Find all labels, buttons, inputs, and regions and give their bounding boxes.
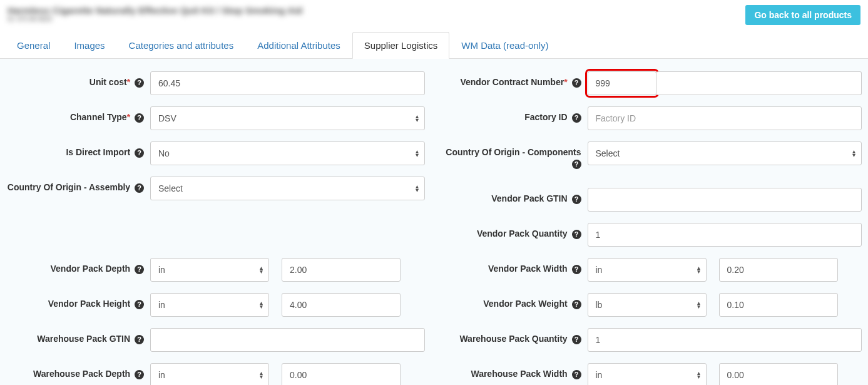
label-channel-type: Channel Type* ? [6, 106, 150, 123]
is-direct-import-select[interactable]: No [150, 141, 425, 165]
label-vendor-pack-gtin: Vendor Pack GTIN ? [444, 188, 588, 204]
label-vendor-pack-depth: Vendor Pack Depth ? [6, 258, 150, 274]
help-icon[interactable]: ? [135, 300, 144, 309]
coo-components-select[interactable]: Select [588, 141, 862, 165]
help-icon[interactable]: ? [572, 160, 581, 169]
product-subtitle: ID: 975 88 8829 [8, 16, 302, 23]
vendor-pack-width-unit-select[interactable]: in [588, 258, 707, 282]
vendor-pack-weight-input[interactable] [719, 293, 838, 317]
vendor-pack-quantity-input[interactable] [588, 223, 862, 247]
help-icon[interactable]: ? [572, 113, 581, 123]
warehouse-pack-width-input[interactable] [719, 363, 838, 385]
tab-supplier-logistics[interactable]: Supplier Logistics [352, 32, 450, 59]
vendor-pack-depth-input[interactable] [282, 258, 401, 282]
help-icon[interactable]: ? [135, 370, 144, 379]
unit-cost-input[interactable] [150, 71, 425, 95]
vendor-pack-height-input[interactable] [282, 293, 401, 317]
label-factory-id: Factory ID ? [444, 106, 588, 123]
label-unit-cost: Unit cost* ? [6, 71, 150, 88]
vendor-pack-height-unit-select[interactable]: in [150, 293, 269, 317]
supplier-logistics-form: Unit cost* ? Channel Type* ? DSV [0, 59, 868, 385]
vendor-contract-number-rest [656, 71, 862, 95]
label-warehouse-pack-quantity: Warehouse Pack Quantity ? [444, 328, 588, 344]
tab-wm-data[interactable]: WM Data (read-only) [449, 32, 560, 59]
label-vendor-pack-weight: Vendor Pack Weight ? [444, 293, 588, 309]
label-vendor-pack-width: Vendor Pack Width ? [444, 258, 588, 274]
vendor-contract-number-input[interactable] [588, 71, 656, 95]
help-icon[interactable]: ? [572, 300, 581, 309]
help-icon[interactable]: ? [135, 148, 144, 158]
warehouse-pack-gtin-input[interactable] [150, 328, 425, 352]
help-icon[interactable]: ? [135, 113, 144, 123]
product-header: Harmless Cigarette Naturally Effective Q… [8, 5, 302, 23]
label-vendor-contract-number: Vendor Contract Number* ? [444, 71, 588, 88]
help-icon[interactable]: ? [135, 335, 144, 344]
warehouse-pack-depth-unit-select[interactable]: in [150, 363, 269, 385]
layout-spacer [6, 223, 425, 258]
label-coo-components: Country Of Origin - Components ? [444, 141, 588, 169]
vendor-pack-width-input[interactable] [719, 258, 838, 282]
tab-bar: General Images Categories and attributes… [0, 31, 868, 59]
label-vendor-pack-height: Vendor Pack Height ? [6, 293, 150, 309]
help-icon[interactable]: ? [572, 195, 581, 204]
label-warehouse-pack-width: Warehouse Pack Width ? [444, 363, 588, 379]
help-icon[interactable]: ? [135, 265, 144, 274]
vendor-pack-gtin-input[interactable] [588, 188, 862, 212]
warehouse-pack-width-unit-select[interactable]: in [588, 363, 707, 385]
label-warehouse-pack-depth: Warehouse Pack Depth ? [6, 363, 150, 379]
vendor-pack-weight-unit-select[interactable]: lb [588, 293, 707, 317]
help-icon[interactable]: ? [135, 183, 144, 193]
warehouse-pack-quantity-input[interactable] [588, 328, 862, 352]
label-is-direct-import: Is Direct Import ? [6, 141, 150, 158]
product-title: Harmless Cigarette Naturally Effective Q… [8, 5, 302, 16]
vendor-pack-depth-unit-select[interactable]: in [150, 258, 269, 282]
help-icon[interactable]: ? [135, 78, 144, 88]
tab-categories[interactable]: Categories and attributes [117, 32, 246, 59]
channel-type-select[interactable]: DSV [150, 106, 425, 130]
label-warehouse-pack-gtin: Warehouse Pack GTIN ? [6, 328, 150, 344]
tab-additional-attributes[interactable]: Additional Attributes [245, 32, 352, 59]
tab-general[interactable]: General [5, 32, 62, 59]
label-vendor-pack-quantity: Vendor Pack Quantity ? [444, 223, 588, 239]
factory-id-input[interactable] [588, 106, 862, 130]
warehouse-pack-depth-input[interactable] [282, 363, 401, 385]
help-icon[interactable]: ? [572, 230, 581, 239]
go-back-button[interactable]: Go back to all products [745, 5, 860, 25]
help-icon[interactable]: ? [572, 265, 581, 274]
help-icon[interactable]: ? [572, 370, 581, 379]
label-coo-assembly: Country Of Origin - Assembly ? [6, 177, 150, 193]
help-icon[interactable]: ? [572, 78, 581, 88]
coo-assembly-select[interactable]: Select [150, 177, 425, 200]
help-icon[interactable]: ? [572, 335, 581, 344]
tab-images[interactable]: Images [62, 32, 116, 59]
